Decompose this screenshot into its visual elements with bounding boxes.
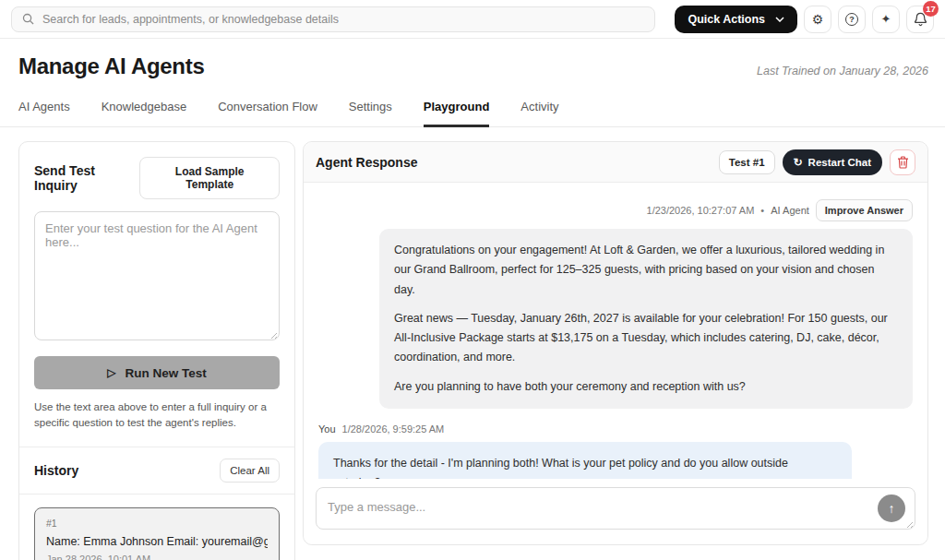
test-inquiry-panel: Send Test Inquiry Load Sample Template ▷… [18, 141, 295, 560]
tab-settings[interactable]: Settings [349, 94, 392, 127]
history-item-id: #1 [46, 518, 268, 529]
chat-messages[interactable]: 1/23/2026, 10:27:07 AM•AI AgentImprove A… [304, 183, 927, 479]
restart-icon: ↻ [794, 156, 803, 169]
tab-ai-agents[interactable]: AI Agents [18, 94, 70, 127]
ai-assist-button[interactable]: ✦ [872, 6, 900, 33]
send-button[interactable]: ↑ [878, 494, 905, 522]
message-paragraph: Great news — Tuesday, January 26th, 2027… [394, 309, 898, 368]
tab-knowledgebase[interactable]: Knowledgebase [102, 94, 187, 127]
user-message-bubble: Thanks for the detail - I'm planning bot… [318, 442, 852, 479]
improve-answer-button[interactable]: Improve Answer [816, 199, 913, 221]
history-item-timestamp: Jan 28 2026, 10:01 AM [46, 554, 268, 560]
tab-conversation-flow[interactable]: Conversation Flow [218, 94, 317, 127]
help-button[interactable]: ? [838, 6, 866, 33]
clear-all-button[interactable]: Clear All [220, 459, 280, 483]
settings-button[interactable]: ⚙ [804, 6, 831, 33]
main-content: Send Test Inquiry Load Sample Template ▷… [0, 127, 945, 560]
test-question-input[interactable] [34, 211, 280, 340]
quick-actions-button[interactable]: Quick Actions [675, 6, 797, 33]
message-paragraph: Thanks for the detail - I'm planning bot… [333, 454, 837, 479]
last-trained-label: Last Trained on January 28, 2026 [757, 65, 928, 79]
run-new-test-button[interactable]: ▷ Run New Test [34, 356, 280, 389]
agent-message-bubble: Congratulations on your engagement! At L… [379, 229, 913, 409]
agent-response-title: Agent Response [316, 155, 417, 170]
search-icon [22, 13, 34, 25]
agent-response-panel: Agent Response Test #1 ↻ Restart Chat 1/… [303, 141, 928, 545]
chevron-down-icon [775, 17, 784, 22]
message-timestamp: 1/28/2026, 9:59:25 AM [342, 423, 445, 435]
arrow-up-icon: ↑ [889, 501, 895, 516]
notification-badge: 17 [923, 1, 939, 17]
page-header: Manage AI Agents Last Trained on January… [0, 39, 945, 89]
message-input[interactable] [316, 487, 915, 530]
tab-activity[interactable]: Activity [520, 94, 558, 127]
message-paragraph: Are you planning to have both your cerem… [394, 377, 898, 397]
history-item-text: Name: Emma Johnson Email: youremail@gmai… [46, 535, 268, 548]
agent-response-header: Agent Response Test #1 ↻ Restart Chat [304, 142, 927, 183]
topbar: Search for leads, appointments, or knowl… [0, 0, 945, 39]
load-sample-template-button[interactable]: Load Sample Template [139, 157, 280, 199]
message-sender: AI Agent [771, 205, 809, 216]
notifications-button[interactable]: 17 [906, 6, 934, 33]
message-paragraph: Congratulations on your engagement! At L… [394, 241, 898, 300]
tabs: AI Agents Knowledgebase Conversation Flo… [0, 89, 945, 127]
history-title: History [34, 463, 78, 478]
message-meta: 1/23/2026, 10:27:07 AM•AI AgentImprove A… [318, 199, 913, 221]
trash-icon [897, 156, 909, 169]
page-title: Manage AI Agents [18, 54, 204, 79]
test-inquiry-title: Send Test Inquiry [34, 163, 139, 193]
restart-chat-button[interactable]: ↻ Restart Chat [783, 149, 882, 175]
message-timestamp: 1/23/2026, 10:27:07 AM [647, 205, 755, 216]
sparkle-icon: ✦ [881, 12, 891, 26]
delete-chat-button[interactable] [890, 149, 915, 175]
test-number-badge[interactable]: Test #1 [719, 150, 775, 174]
history-item[interactable]: #1 Name: Emma Johnson Email: youremail@g… [34, 507, 280, 560]
search-placeholder: Search for leads, appointments, or knowl… [42, 13, 339, 26]
meta-separator: • [760, 205, 764, 216]
tab-playground[interactable]: Playground [424, 94, 490, 127]
gear-icon: ⚙ [812, 12, 824, 27]
message-sender: You [318, 423, 336, 435]
play-icon: ▷ [107, 366, 115, 379]
search-input[interactable]: Search for leads, appointments, or knowl… [11, 6, 655, 32]
test-help-text: Use the text area above to enter a full … [34, 399, 280, 432]
message-meta: You1/28/2026, 9:59:25 AM [318, 423, 913, 435]
help-icon: ? [845, 13, 858, 26]
chat-input-bar: ↑ [304, 479, 927, 544]
